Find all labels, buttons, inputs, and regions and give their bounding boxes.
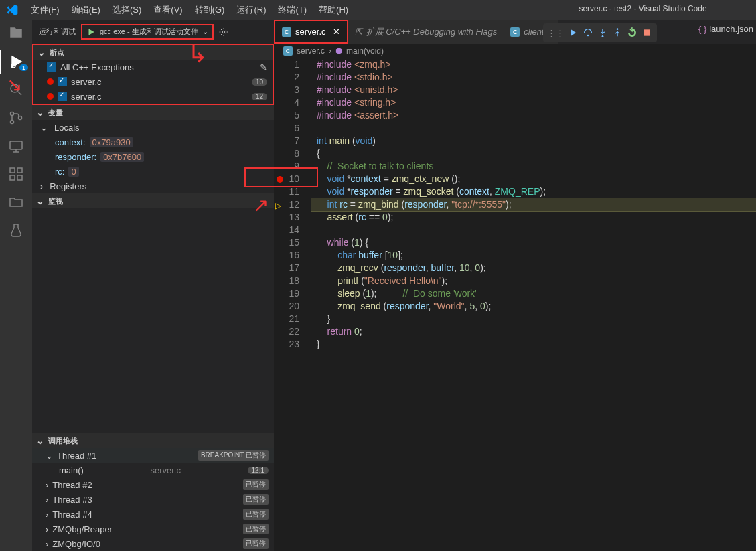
checkbox[interactable]	[58, 77, 67, 86]
checkbox[interactable]	[58, 92, 67, 101]
code-line[interactable]: sleep (1); // Do some 'work'	[311, 287, 756, 300]
breakpoint-row[interactable]: server.c10	[33, 74, 273, 89]
line-number[interactable]: 7	[274, 135, 299, 147]
menu-item[interactable]: 转到(G)	[190, 1, 230, 19]
restart-button[interactable]	[626, 27, 638, 39]
menu-item[interactable]: 终端(T)	[273, 1, 312, 19]
thread-row[interactable]: ›ZMQbg/IO/0已暂停	[32, 536, 274, 551]
stop-button[interactable]	[641, 27, 653, 39]
line-number[interactable]: 11	[274, 185, 299, 198]
locals-node[interactable]: ⌄Locals	[32, 120, 274, 135]
code-line[interactable]: void *context = zmq_ctx_new ();	[311, 173, 756, 185]
stack-frame[interactable]: main()server.c12:1	[32, 463, 274, 477]
code-line[interactable]	[311, 224, 756, 236]
more-icon[interactable]: ⋯	[234, 27, 241, 36]
step-into-button[interactable]	[597, 27, 609, 39]
step-out-button[interactable]	[611, 27, 623, 39]
line-number[interactable]: 6	[274, 122, 299, 135]
testing-icon[interactable]	[8, 222, 24, 238]
thread-row[interactable]: ›Thread #2已暂停	[32, 477, 274, 492]
variable-row[interactable]: responder: 0x7b7600	[32, 149, 274, 164]
thread-row[interactable]: ⌄Thread #1BREAKPOINT 已暂停	[32, 448, 274, 463]
tab-server-c[interactable]: C server.c ✕	[275, 21, 347, 42]
line-number[interactable]: 1	[274, 58, 299, 71]
menu-item[interactable]: 文件(F)	[25, 1, 65, 19]
line-number[interactable]: 10	[274, 173, 299, 185]
pencil-icon[interactable]: ✎	[260, 62, 267, 72]
line-number[interactable]: 14	[274, 224, 299, 236]
line-number[interactable]: 17	[274, 262, 299, 274]
line-number[interactable]: 9	[274, 160, 299, 173]
code-line[interactable]: int rc = zmq_bind (responder, "tcp://*:5…	[311, 198, 756, 211]
tab-launch-json[interactable]: { }launch.json	[698, 24, 753, 34]
variable-row[interactable]: rc: 0	[32, 164, 274, 179]
code-line[interactable]: zmq_recv (responder, buffer, 10, 0);	[311, 262, 756, 274]
menu-item[interactable]: 选择(S)	[107, 1, 147, 19]
variables-section-header[interactable]: 变量	[32, 105, 274, 120]
breadcrumb[interactable]: C server.c › ⬢ main(void)	[274, 44, 756, 58]
close-icon[interactable]: ✕	[333, 27, 340, 37]
code-line[interactable]: }	[311, 338, 756, 351]
code-line[interactable]: #include <zmq.h>	[311, 58, 756, 71]
drag-handle-icon[interactable]: ⋮⋮	[547, 28, 564, 38]
code-line[interactable]: }	[311, 313, 756, 325]
breakpoints-section-header[interactable]: 断点	[33, 45, 273, 60]
line-number[interactable]: 5	[274, 109, 299, 122]
source-control-icon[interactable]	[8, 110, 24, 126]
code-line[interactable]: #include <assert.h>	[311, 109, 756, 122]
code-line[interactable]: #include <string.h>	[311, 96, 756, 109]
search-icon[interactable]	[8, 82, 24, 98]
checkbox[interactable]	[47, 62, 56, 72]
thread-row[interactable]: ›ZMQbg/Reaper已暂停	[32, 522, 274, 536]
line-number[interactable]: 2	[274, 71, 299, 84]
debug-config-selector[interactable]: gcc.exe - 生成和调试活动文件 ⌄	[81, 24, 214, 40]
watch-section-header[interactable]: 监视	[32, 193, 274, 208]
remote-icon[interactable]	[8, 138, 24, 154]
code-line[interactable]: while (1) {	[311, 236, 756, 249]
extensions-icon[interactable]	[8, 166, 24, 182]
run-debug-icon[interactable]: 1	[8, 54, 24, 70]
code-line[interactable]: char buffer [10];	[311, 249, 756, 262]
code-line[interactable]: #include <stdio.h>	[311, 71, 756, 84]
line-number[interactable]: 16	[274, 249, 299, 262]
line-number[interactable]: 21	[274, 313, 299, 325]
code-line[interactable]: printf ("Received Hello\n");	[311, 274, 756, 287]
code-line[interactable]: zmq_send (responder, "World", 5, 0);	[311, 300, 756, 313]
code-line[interactable]: return 0;	[311, 325, 756, 338]
thread-row[interactable]: ›Thread #4已暂停	[32, 507, 274, 522]
folder-icon[interactable]	[8, 194, 24, 210]
code-line[interactable]	[311, 122, 756, 135]
menu-item[interactable]: 编辑(E)	[66, 1, 106, 19]
line-number[interactable]: 3	[274, 84, 299, 96]
menu-item[interactable]: 查看(V)	[148, 1, 187, 19]
line-number[interactable]: 19	[274, 287, 299, 300]
line-number[interactable]: 15	[274, 236, 299, 249]
code-line[interactable]: {	[311, 147, 756, 160]
breakpoint-dot-icon[interactable]	[277, 176, 283, 183]
code-line[interactable]: assert (rc == 0);	[311, 211, 756, 224]
line-number[interactable]: 20	[274, 300, 299, 313]
breakpoint-row[interactable]: server.c12	[33, 89, 273, 104]
thread-row[interactable]: ›Thread #3已暂停	[32, 492, 274, 507]
explorer-icon[interactable]	[8, 25, 24, 42]
gear-icon[interactable]	[219, 27, 228, 37]
line-number[interactable]: 22	[274, 325, 299, 338]
code-line[interactable]: #include <unistd.h>	[311, 84, 756, 96]
line-number[interactable]: 18	[274, 274, 299, 287]
callstack-section-header[interactable]: 调用堆栈	[32, 433, 274, 448]
menu-item[interactable]: 运行(R)	[231, 1, 271, 19]
line-number[interactable]: 4	[274, 96, 299, 109]
code-line[interactable]: int main (void)	[311, 135, 756, 147]
code-editor[interactable]: 123456789101112▷1314151617181920212223 #…	[274, 58, 756, 351]
tab-extension[interactable]: ⇱ 扩展 C/C++ Debugging with Flags	[348, 20, 504, 44]
continue-button[interactable]	[567, 27, 579, 39]
registers-node[interactable]: ›Registers	[32, 179, 274, 193]
code-line[interactable]: void *responder = zmq_socket (context, Z…	[311, 185, 756, 198]
line-number[interactable]: 12▷	[274, 198, 299, 211]
line-number[interactable]: 23	[274, 338, 299, 351]
variable-row[interactable]: context: 0x79a930	[32, 135, 274, 149]
breakpoint-row[interactable]: All C++ Exceptions✎	[33, 60, 273, 74]
code-line[interactable]: // Socket to talk to clients	[311, 160, 756, 173]
line-number[interactable]: 13	[274, 211, 299, 224]
line-number[interactable]: 8	[274, 147, 299, 160]
